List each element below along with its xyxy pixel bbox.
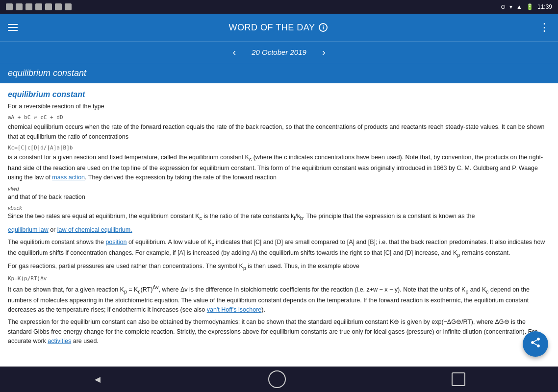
status-time: 11:39 bbox=[537, 3, 552, 10]
para-6: For gas reactions, partial pressures are… bbox=[8, 262, 550, 272]
activities-link[interactable]: activities bbox=[48, 338, 71, 344]
para-8: The expression for the equilibrium const… bbox=[8, 318, 550, 346]
notification-icon-6 bbox=[55, 3, 62, 10]
app-bar: WORD OF THE DAY i ⋮ bbox=[0, 14, 558, 41]
app-bar-title: WORD OF THE DAY i bbox=[18, 23, 539, 33]
hamburger-line-3 bbox=[8, 30, 18, 31]
hamburger-line-2 bbox=[8, 27, 18, 28]
section-label-1: vfwd bbox=[8, 186, 550, 192]
home-button[interactable] bbox=[264, 367, 290, 392]
hamburger-menu-button[interactable] bbox=[8, 24, 18, 31]
recents-button[interactable] bbox=[448, 368, 469, 390]
wifi-icon: ▾ bbox=[509, 3, 512, 10]
mass-action-link[interactable]: mass action bbox=[52, 174, 85, 181]
equilibrium-law-link[interactable]: equilibrium law bbox=[8, 226, 49, 233]
notification-icon-2 bbox=[16, 3, 23, 10]
share-icon bbox=[530, 337, 541, 351]
date-navigation: ‹ 20 October 2019 › bbox=[0, 41, 558, 63]
word-of-day-title: equilibrium constant bbox=[8, 68, 550, 78]
para-2: is a constant for a given reaction and f… bbox=[8, 153, 550, 182]
back-icon: ◄ bbox=[93, 374, 102, 385]
battery-icon: 🔋 bbox=[526, 3, 533, 10]
app-title-text: WORD OF THE DAY bbox=[229, 23, 315, 33]
chemical-equilibrium-law-link[interactable]: law of chemical equilibrium. bbox=[57, 226, 132, 233]
para-3: and that of the back reaction bbox=[8, 193, 550, 202]
formula-1: aA + bC ⇌ cC + dD bbox=[8, 114, 550, 121]
notification-icon-1 bbox=[6, 3, 13, 10]
law-connector: or bbox=[50, 226, 57, 233]
back-button[interactable]: ◄ bbox=[89, 370, 106, 389]
formula-2: Kc=[C]c[D]d/[A]a[B]b bbox=[8, 145, 550, 151]
share-fab-button[interactable] bbox=[523, 331, 548, 357]
info-button[interactable]: i bbox=[319, 23, 328, 32]
hamburger-line-1 bbox=[8, 24, 18, 25]
recents-icon bbox=[452, 372, 465, 386]
current-date: 20 October 2019 bbox=[252, 48, 306, 56]
para-5: The equilibrium constant shows the posit… bbox=[8, 238, 550, 259]
notification-icon-4 bbox=[35, 3, 42, 10]
section-label-2: vback bbox=[8, 205, 550, 211]
status-icons-left bbox=[6, 3, 72, 10]
position-link[interactable]: position bbox=[105, 239, 127, 245]
para-4: Since the two rates are equal at equilib… bbox=[8, 212, 550, 222]
status-right: ⊙ ▾ ▲ 🔋 11:39 bbox=[501, 3, 552, 10]
download-icon bbox=[65, 3, 72, 10]
status-bar: ⊙ ▾ ▲ 🔋 11:39 bbox=[0, 0, 558, 14]
content-area[interactable]: equilibrium constant For a reversible re… bbox=[0, 83, 558, 367]
notification-icon-3 bbox=[25, 3, 32, 10]
prev-date-button[interactable]: ‹ bbox=[228, 45, 240, 60]
bottom-navigation: ◄ bbox=[0, 367, 558, 392]
target-icon: ⊙ bbox=[501, 3, 506, 10]
formula-3: Kp=K(p/RT)Δv bbox=[8, 275, 550, 282]
home-icon bbox=[268, 370, 286, 388]
word-title-bar: equilibrium constant bbox=[0, 63, 558, 83]
law-line: equilibrium law or law of chemical equil… bbox=[8, 225, 550, 235]
notification-icon-5 bbox=[45, 3, 52, 10]
signal-icon: ▲ bbox=[516, 3, 522, 10]
entry-heading: equilibrium constant bbox=[8, 90, 550, 99]
info-icon-label: i bbox=[323, 24, 325, 30]
subheading-text: For a reversible reaction of the type bbox=[8, 102, 550, 111]
vant-hoff-link[interactable]: van't Hoff's isochore bbox=[207, 306, 262, 313]
para-7: It can be shown that, for a given reacti… bbox=[8, 284, 550, 315]
para-1: chemical equilibrium occurs when the rat… bbox=[8, 122, 550, 142]
more-options-button[interactable]: ⋮ bbox=[539, 21, 550, 34]
next-date-button[interactable]: › bbox=[318, 45, 330, 60]
